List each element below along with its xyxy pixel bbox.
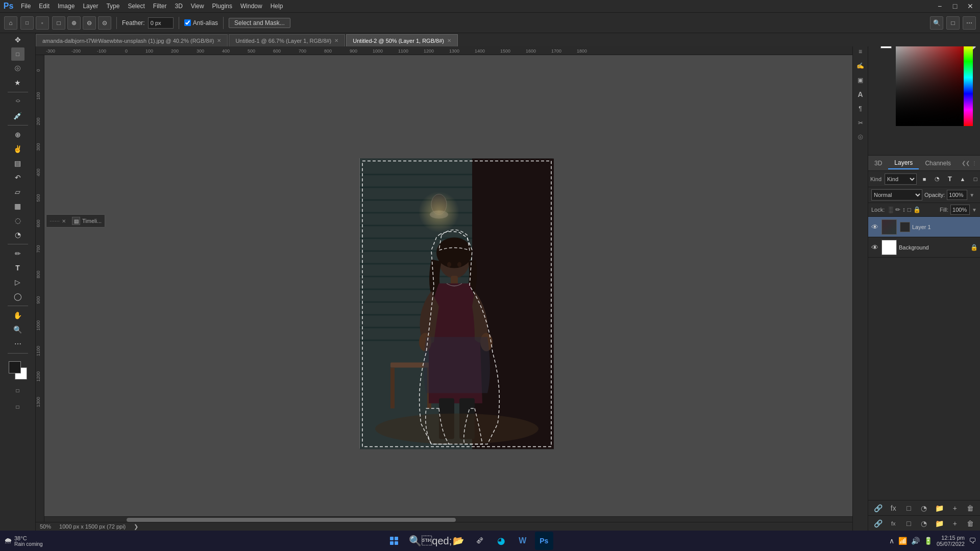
close-button[interactable]: ✕: [963, 0, 978, 13]
delete-layer-btn[interactable]: 🗑: [965, 503, 976, 514]
tool-options-home[interactable]: ⌂: [4, 16, 17, 30]
battery-icon[interactable]: 🔋: [924, 537, 933, 545]
menu-edit[interactable]: Edit: [35, 2, 54, 11]
taskbar-widgets-btn[interactable]: 🗞: [471, 532, 489, 550]
lock-paint-btn[interactable]: ✏: [895, 206, 900, 213]
fill-input[interactable]: [950, 205, 970, 215]
lock-transparency-btn[interactable]: ░: [889, 206, 893, 213]
menu-filter[interactable]: Filter: [149, 2, 171, 11]
taskbar-taskview-btn[interactable]: qed;: [428, 532, 446, 550]
healing-tool[interactable]: ⊕: [11, 128, 24, 141]
start-button[interactable]: [385, 532, 403, 550]
menu-view[interactable]: View: [187, 2, 208, 11]
mask-add-btn[interactable]: □: [903, 518, 914, 529]
brush-tool[interactable]: ✌: [11, 142, 24, 156]
layers-icon-btn[interactable]: ▣: [854, 74, 867, 86]
layers-panel-menu[interactable]: ⋮: [972, 160, 977, 166]
more-tools[interactable]: ⋯: [11, 337, 24, 350]
nav-arrow-right[interactable]: ❯: [134, 523, 138, 530]
layer1-visibility-toggle[interactable]: 👁: [870, 222, 879, 232]
lasso-tool[interactable]: ⦾: [11, 62, 24, 75]
layer-item-background[interactable]: 👁 Background 🔒: [868, 237, 980, 258]
taskbar-edge-btn[interactable]: ◕: [492, 532, 510, 550]
fill-chevron[interactable]: ▼: [972, 207, 977, 213]
tab-1[interactable]: amanda-dalbjorn-t7WrWaewbtw-unsplash (1)…: [36, 34, 228, 46]
tab-3-close[interactable]: ✕: [447, 38, 451, 43]
intersect-selection-btn[interactable]: ⊝: [98, 16, 111, 30]
dodge-tool[interactable]: ◔: [11, 228, 24, 241]
type-icon-btn[interactable]: A: [854, 88, 867, 101]
eyedropper-tool[interactable]: 💉: [11, 109, 24, 122]
shape-tool[interactable]: ◯: [11, 290, 24, 303]
new-layer-btn[interactable]: +: [949, 518, 961, 529]
select-mask-button[interactable]: Select and Mask...: [229, 18, 290, 28]
eraser-tool[interactable]: ▱: [11, 185, 24, 198]
workspace-btn[interactable]: □: [946, 16, 960, 30]
tab-3[interactable]: Untitled-2 @ 50% (Layer 1, RGB/8#) ✕: [346, 34, 458, 46]
feather-input[interactable]: [148, 17, 174, 29]
selection-tool[interactable]: □: [11, 47, 24, 61]
menu-3d[interactable]: 3D: [170, 2, 186, 11]
opacity-chevron[interactable]: ▼: [969, 192, 974, 198]
menu-type[interactable]: Type: [102, 2, 124, 11]
subtract-selection-btn[interactable]: ⊖: [83, 16, 96, 30]
volume-icon[interactable]: 🔊: [911, 537, 920, 545]
arrange-btn[interactable]: ⋯: [963, 16, 976, 30]
create-adjustment-btn[interactable]: ◔: [918, 503, 929, 514]
taskbar-word-btn[interactable]: W: [513, 532, 532, 550]
menu-image[interactable]: Image: [54, 2, 79, 11]
path-tool[interactable]: ▷: [11, 276, 24, 289]
menu-plugins[interactable]: Plugins: [208, 2, 236, 11]
background-visibility-toggle[interactable]: 👁: [870, 243, 879, 252]
smart-filter-btn[interactable]: □: [970, 173, 980, 185]
tab-2[interactable]: Untitled-1 @ 66.7% (Layer 1, RGB/8#) ✕: [229, 34, 345, 46]
history-brush-tool[interactable]: ↶: [11, 171, 24, 184]
tab-2-close[interactable]: ✕: [334, 38, 338, 43]
taskbar-photoshop-btn[interactable]: Ps: [535, 532, 553, 550]
layers-panel-collapse[interactable]: ❮❮: [962, 160, 970, 166]
menu-layer[interactable]: Layer: [79, 2, 102, 11]
link-icon-btn[interactable]: 🔗: [872, 518, 884, 529]
kind-filter-select[interactable]: Kind Name Effect Mode Attribute Color: [885, 173, 917, 185]
add-selection-btn[interactable]: ⊕: [67, 16, 81, 30]
menu-help[interactable]: Help: [266, 2, 287, 11]
shape-filter-btn[interactable]: ▲: [957, 173, 968, 185]
gradient-tool[interactable]: ▦: [11, 199, 24, 213]
tray-arrow-icon[interactable]: ∧: [889, 537, 894, 545]
layer-item-layer1[interactable]: 👁 Layer 1: [868, 217, 980, 237]
move-tool[interactable]: ✥: [11, 33, 24, 46]
blend-mode-select[interactable]: Normal Dissolve Multiply Screen Overlay …: [871, 189, 922, 201]
type-filter-btn[interactable]: T: [944, 173, 955, 185]
adjustments-icon-btn[interactable]: ≡: [854, 45, 867, 58]
zoom-tool[interactable]: 🔍: [11, 323, 24, 336]
create-group-btn[interactable]: 📁: [934, 503, 945, 514]
new-selection-btn[interactable]: □: [52, 16, 65, 30]
clock[interactable]: 12:15 pm 05/07/2022: [937, 535, 965, 547]
paint-icon-btn[interactable]: ✍: [854, 60, 867, 72]
selection-lasso-btn[interactable]: ◦: [36, 16, 49, 30]
stamp-tool[interactable]: ▤: [11, 157, 24, 170]
hand-tool[interactable]: ✋: [11, 309, 24, 322]
tab-channels[interactable]: Channels: [919, 158, 957, 169]
fx-btn[interactable]: fx: [888, 518, 899, 529]
selection-rect-btn[interactable]: □: [20, 16, 34, 30]
search-btn[interactable]: 🔍: [930, 16, 943, 30]
timeline-close-btn[interactable]: ✕: [62, 218, 66, 224]
quick-mask-btn[interactable]: □: [11, 384, 24, 397]
folder-btn[interactable]: 📁: [934, 518, 945, 529]
notification-icon[interactable]: 🗨: [969, 537, 976, 545]
blur-tool[interactable]: ◌: [11, 214, 24, 227]
lock-position-btn[interactable]: ↕: [902, 206, 905, 213]
crop-tool[interactable]: ⌔: [11, 95, 24, 108]
magic-wand-tool[interactable]: ★: [11, 76, 24, 89]
tab-3d[interactable]: 3D: [868, 158, 888, 169]
antialias-checkbox[interactable]: [184, 19, 191, 26]
canvas-area[interactable]: [44, 55, 868, 522]
link-layers-btn[interactable]: 🔗: [872, 503, 884, 514]
opacity-input[interactable]: [947, 190, 967, 200]
text-tool[interactable]: T: [11, 261, 24, 274]
adjustment-filter-btn[interactable]: ◔: [932, 173, 943, 185]
menu-select[interactable]: Select: [124, 2, 149, 11]
hscrollbar-thumb[interactable]: [127, 518, 456, 522]
tab-layers[interactable]: Layers: [888, 157, 919, 169]
